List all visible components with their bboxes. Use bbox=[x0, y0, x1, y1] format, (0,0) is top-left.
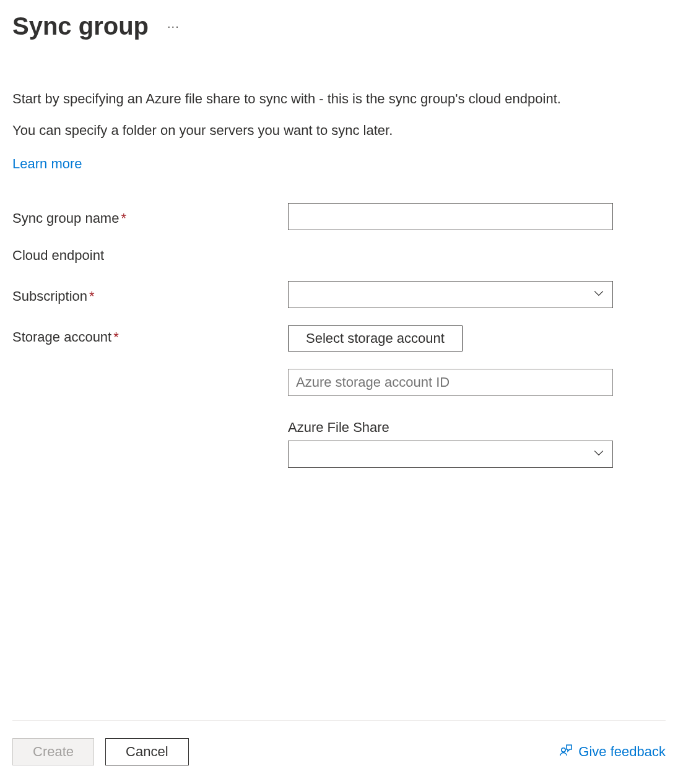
intro-line2: You can specify a folder on your servers… bbox=[12, 121, 666, 140]
cloud-endpoint-heading: Cloud endpoint bbox=[12, 248, 666, 264]
learn-more-link[interactable]: Learn more bbox=[12, 156, 82, 172]
footer-bar: Create Cancel Give feedback bbox=[12, 720, 666, 765]
cancel-button[interactable]: Cancel bbox=[105, 738, 188, 765]
azure-file-share-select[interactable] bbox=[288, 441, 613, 468]
subscription-label: Subscription* bbox=[12, 285, 288, 304]
more-icon[interactable]: ··· bbox=[167, 19, 180, 33]
feedback-icon bbox=[558, 743, 573, 761]
svg-point-0 bbox=[562, 748, 565, 752]
give-feedback-label: Give feedback bbox=[578, 744, 666, 760]
azure-file-share-label: Azure File Share bbox=[288, 420, 613, 436]
intro-line1: Start by specifying an Azure file share … bbox=[12, 90, 666, 109]
sync-group-name-input[interactable] bbox=[288, 203, 613, 230]
storage-account-id-input[interactable] bbox=[288, 369, 613, 396]
sync-group-name-label: Sync group name* bbox=[12, 207, 288, 226]
give-feedback-link[interactable]: Give feedback bbox=[558, 743, 666, 761]
page-title: Sync group bbox=[12, 12, 149, 40]
select-storage-account-button[interactable]: Select storage account bbox=[288, 325, 463, 351]
storage-account-label: Storage account* bbox=[12, 325, 288, 345]
subscription-select[interactable] bbox=[288, 281, 613, 308]
create-button[interactable]: Create bbox=[12, 738, 94, 765]
